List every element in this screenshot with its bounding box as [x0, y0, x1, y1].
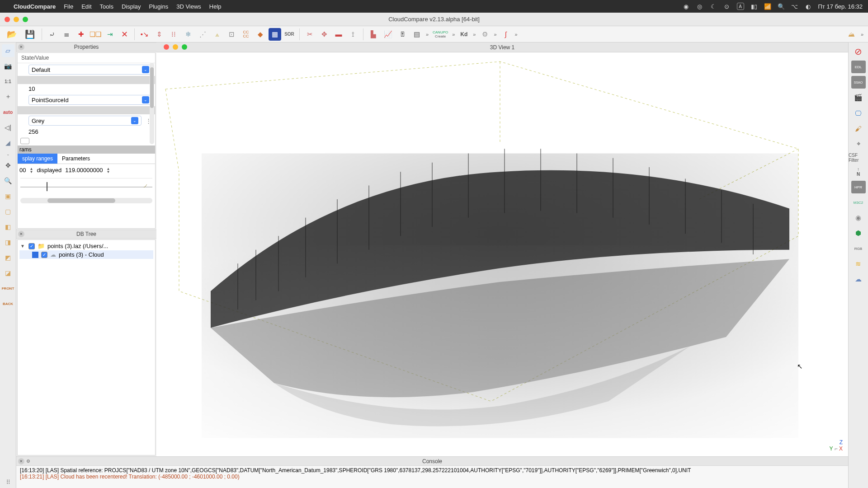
range-min[interactable]: 00	[19, 167, 26, 174]
properties-icon[interactable]: ≣	[60, 28, 73, 41]
console-gear-icon[interactable]: ⚙	[26, 459, 30, 464]
raster-icon[interactable]: ▦	[269, 28, 281, 41]
menu-edit[interactable]: Edit	[81, 3, 91, 10]
curve-icon[interactable]: ∫	[500, 28, 512, 41]
primitive-icon[interactable]: ◆	[254, 28, 267, 41]
properties-close-icon[interactable]: ✕	[18, 44, 24, 50]
subsample-icon[interactable]: ⁞⁞	[167, 28, 180, 41]
pick-rotation-center-icon[interactable]: ⤾	[46, 28, 58, 41]
move-icon[interactable]: ✥	[2, 159, 14, 172]
range-max[interactable]: 119.00000000	[65, 167, 103, 174]
ssao-icon[interactable]: SSAO	[851, 76, 866, 89]
menu-help[interactable]: Help	[209, 3, 222, 10]
checkbox[interactable]: ✓	[28, 243, 35, 249]
rgb-icon[interactable]: RGB	[851, 242, 866, 255]
spotlight-icon[interactable]: 🔍	[778, 3, 785, 10]
pcv-icon[interactable]: ❄	[182, 28, 194, 41]
menu-file[interactable]: File	[64, 3, 73, 10]
cc-cloud-icon[interactable]: ◎	[696, 3, 703, 10]
spinner-icon[interactable]: ▲▼	[29, 167, 33, 174]
console-output[interactable]: [16:13:20] [LAS] Spatial reference: PROJ…	[16, 466, 848, 488]
tab-display-ranges[interactable]: splay ranges	[18, 154, 57, 164]
register-icon[interactable]: ⊡	[225, 28, 238, 41]
clone-icon[interactable]: ❏❏	[89, 28, 102, 41]
cursor-plus-icon[interactable]: ＋	[2, 90, 14, 103]
volume-icon[interactable]: ⛰	[845, 28, 858, 41]
delete-icon[interactable]: ✕	[118, 28, 131, 41]
no-entry-icon[interactable]: ⊘	[851, 45, 866, 58]
checkbox[interactable]: ✓	[41, 252, 47, 258]
siri-icon[interactable]: ◐	[805, 3, 812, 10]
delaunay-icon[interactable]: ⟁	[211, 28, 223, 41]
menu-display[interactable]: Display	[122, 3, 141, 10]
tab-parameters[interactable]: Parameters	[57, 154, 94, 164]
menu-plugins[interactable]: Plugins	[149, 3, 169, 10]
view-zoom-button[interactable]	[182, 44, 187, 50]
view-right-icon[interactable]: ◨	[2, 236, 14, 249]
point-picking-icon[interactable]: •↘	[138, 28, 151, 41]
segment-icon[interactable]: ✂	[303, 28, 316, 41]
lang-icon[interactable]: A	[737, 3, 744, 10]
movie-icon[interactable]: 🎬	[851, 91, 866, 104]
view-iso1-icon[interactable]: ◩	[2, 251, 14, 264]
shade-icon[interactable]: ◢	[2, 136, 14, 149]
menu-3dviews[interactable]: 3D Views	[176, 3, 201, 10]
color-scale-icon[interactable]: 🎚	[396, 28, 409, 41]
target-icon[interactable]: ⊙	[723, 3, 731, 10]
view-back-icon[interactable]: BACK	[2, 297, 14, 310]
checkbox[interactable]	[20, 138, 29, 144]
view-iso-icon[interactable]: ▱	[2, 44, 14, 57]
sampling-icon[interactable]: ⋰	[196, 28, 209, 41]
sf-graph-icon[interactable]: 📈	[382, 28, 394, 41]
toolbar-more-6[interactable]: »	[860, 32, 864, 37]
toolbar-more-3[interactable]: »	[472, 32, 476, 37]
canupo-icon[interactable]: CANUPOCreate	[431, 28, 449, 41]
csf-filter-label[interactable]: CSF Filter	[849, 153, 868, 163]
misc-icon[interactable]: ⁝⁝	[2, 475, 14, 488]
app-name[interactable]: CloudCompare	[14, 3, 56, 10]
tree-root-row[interactable]: ▼ ✓ 📁 points (3).laz (/Users/...	[19, 242, 153, 250]
layers-icon[interactable]: ≋	[851, 258, 866, 270]
one-to-one-icon[interactable]: 1:1	[2, 75, 14, 88]
view-top-icon[interactable]: ▣	[2, 190, 14, 202]
record-icon[interactable]: ◉	[683, 3, 690, 10]
flip-left-icon[interactable]: ◁|	[2, 121, 14, 134]
control-center-icon[interactable]: ⌥	[791, 3, 798, 10]
brush-icon[interactable]: 🖌	[851, 122, 866, 135]
level-icon[interactable]: ⇕	[153, 28, 165, 41]
auto-icon[interactable]: auto	[2, 106, 14, 118]
zoom-button[interactable]	[23, 17, 28, 22]
toolbar-more-1[interactable]: »	[425, 32, 429, 37]
save-icon[interactable]: 💾	[22, 28, 38, 41]
edl-icon[interactable]: EDL	[851, 61, 866, 73]
tree-child-row[interactable]: ✓ ☁ points (3) - Cloud	[19, 250, 153, 259]
view-close-button[interactable]	[164, 44, 169, 50]
merge-icon[interactable]: ⇥	[104, 28, 116, 41]
close-button[interactable]	[5, 17, 10, 22]
sor-filter-icon[interactable]: SOR	[283, 28, 296, 41]
menu-tools[interactable]: Tools	[100, 3, 113, 10]
pcv-plugin-icon[interactable]: ◉	[851, 211, 866, 224]
view-minimize-button[interactable]	[173, 44, 178, 50]
h-scrollbar[interactable]	[20, 198, 152, 203]
battery-icon[interactable]: ▮▯	[750, 3, 758, 10]
open-icon[interactable]: 📂	[4, 28, 20, 41]
toolbar-more-5[interactable]: »	[514, 32, 519, 37]
align-icon[interactable]: CCCC	[240, 28, 252, 41]
wifi-icon[interactable]: 📶	[764, 3, 771, 10]
color-scale-combo[interactable]: Grey⌄	[28, 116, 142, 126]
view-left-icon[interactable]: ◧	[2, 221, 14, 233]
kd-icon[interactable]: Kd	[458, 28, 470, 41]
m3c2-icon[interactable]: M3C2	[851, 196, 866, 209]
poisson-icon[interactable]: ⬢	[851, 227, 866, 239]
dbtree-close-icon[interactable]: ✕	[18, 231, 24, 237]
moon-icon[interactable]: ☾	[710, 3, 717, 10]
default-combo[interactable]: Default⌄	[28, 65, 152, 75]
v-scrollbar[interactable]	[150, 63, 154, 144]
disclosure-triangle-icon[interactable]: ▼	[20, 244, 26, 249]
filter-icon[interactable]: ▤	[410, 28, 423, 41]
spinner-icon[interactable]: ▲▼	[106, 167, 110, 174]
fit-icon[interactable]: ⟟	[347, 28, 359, 41]
histogram-icon[interactable]: ▙	[367, 28, 380, 41]
view-front-icon[interactable]: FRONT	[2, 282, 14, 295]
